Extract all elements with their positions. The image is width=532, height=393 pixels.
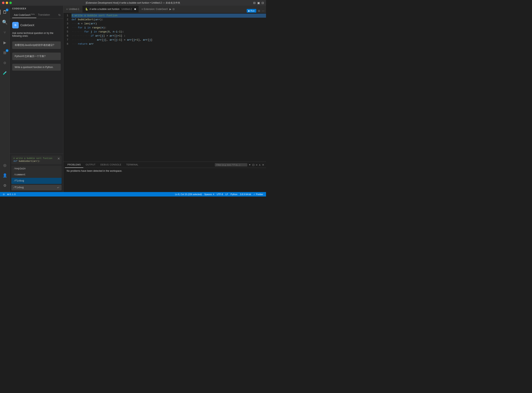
tab-translation[interactable]: Translation	[36, 12, 52, 18]
suggestion-button-1[interactable]: Python中怎样遍历一个字典?	[12, 53, 61, 60]
tab-ask-codegeex[interactable]: Ask CodeGeeX beta	[12, 12, 36, 18]
autocomplete-list: /explain /comment /fixbug	[11, 166, 62, 184]
extensions-icon: ⊞	[3, 51, 6, 55]
status-spaces[interactable]: Spaces: 4	[203, 192, 216, 196]
status-version[interactable]: 3.8.9 64-bit	[239, 192, 252, 196]
search-icon: 🔍	[2, 20, 8, 25]
sidebar-item-run[interactable]: ▶	[0, 38, 10, 48]
autocomplete-fixbug[interactable]: /fixbug	[11, 178, 62, 184]
autocomplete-explain[interactable]: /explain	[11, 166, 62, 172]
maximize-button[interactable]	[9, 2, 12, 4]
titlebar-right: ⊟ ▣ ⊡	[253, 1, 264, 5]
fn-name: bubbleSort(arr):	[19, 160, 40, 162]
error-count: ⊗ 0	[7, 193, 11, 196]
tab-terminal[interactable]: TERMINAL	[124, 162, 141, 168]
svg-text:G: G	[15, 24, 16, 27]
status-errors[interactable]: ⊗ 0 ⚠ 0	[6, 192, 17, 196]
expand-icon[interactable]: ∧	[259, 163, 261, 167]
tab-extension[interactable]: ≡ Extension: CodeGeeX ▶ ⊟	[139, 6, 177, 13]
sidebar-item-explorer[interactable]: 🗒 1	[0, 7, 10, 17]
line-number-8: 8	[63, 42, 71, 46]
tab-ext-split-icon[interactable]: ⊟	[172, 8, 175, 10]
line-content-7: ················arr[j], arr[j-1] = arr[j…	[71, 38, 266, 42]
tab-debug-console[interactable]: DEBUG CONSOLE	[98, 162, 124, 168]
status-language[interactable]: Python	[229, 192, 239, 196]
sidebar-item-test[interactable]: 🧪	[0, 68, 10, 78]
suggestion-button-0[interactable]: 有哪些给JavaScript的初学者的建议?	[12, 41, 61, 49]
code-line-2: 2 def bubbleSort(arr):	[63, 18, 266, 22]
chat-input[interactable]	[13, 186, 55, 189]
line-number-2: 2	[63, 18, 71, 22]
warning-count: ⚠ 0	[12, 193, 15, 196]
remote-icon: ⊙	[4, 61, 6, 64]
filter-input[interactable]	[215, 163, 247, 167]
tab-untitled-1[interactable]: ≡ Untitled-1	[63, 6, 82, 13]
tab-ext-label: Extension: CodeGeeX	[144, 8, 168, 10]
refresh-icon[interactable]: ↻	[58, 13, 61, 17]
status-encoding[interactable]: UTF-8	[216, 192, 224, 196]
copy-panel-icon[interactable]: ⊡	[252, 163, 255, 167]
code-preview: # write a bubble sort funtion def bubble…	[11, 156, 62, 164]
tab-untitled-1-label: Untitled-1	[69, 8, 79, 10]
sidebar-header: CODEGEEX	[10, 6, 63, 11]
tab-bar: ≡ Untitled-1 🐍 # write a bubble sort fun…	[63, 6, 266, 13]
line-content-1: # write a bubble sort funtion	[71, 14, 266, 18]
filter-icon: ▼	[249, 163, 251, 166]
layout-icon[interactable]: ▣	[257, 1, 260, 5]
code-line-4: 4 ····for i in range(n):	[63, 26, 266, 30]
custom-layout-icon[interactable]: ⊡	[261, 1, 264, 5]
run-button[interactable]: ▶ Run	[247, 9, 256, 13]
suggestion-button-2[interactable]: Write a quicksort function in Python.	[12, 64, 61, 71]
tab-untitled-2-sublabel: Untitled-2	[121, 8, 132, 10]
code-editor[interactable]: 1 # write a bubble sort funtion 2 def bu…	[63, 13, 266, 162]
tab-output[interactable]: OUTPUT	[83, 162, 98, 168]
problems-message: No problems have been detected in the wo…	[67, 170, 122, 172]
def-keyword: def	[13, 160, 19, 162]
chat-tab-group: Ask CodeGeeX beta Translation	[12, 12, 52, 18]
line-content-2: def bubbleSort(arr):	[71, 18, 266, 22]
more-actions-icon[interactable]: ⋯	[262, 9, 264, 12]
titlebar: [Extension Development Host] # write a b…	[0, 0, 266, 6]
code-line-8: 8 ····return arr	[63, 42, 266, 46]
encoding-text: UTF-8	[217, 193, 223, 196]
autocomplete-comment[interactable]: /comment	[11, 172, 62, 178]
tab-problems[interactable]: PROBLEMS	[65, 162, 83, 168]
split-editor-icon[interactable]: ⊟	[253, 1, 256, 5]
test-icon: 🧪	[3, 71, 7, 75]
position-text: Ln 8, Col 15 (226 selected)	[175, 193, 202, 196]
sidebar-item-remote[interactable]: ⊙	[0, 58, 10, 68]
comment-text: # write a bubble sort funtion	[13, 157, 52, 160]
status-prettier[interactable]: ✓ Prettier	[252, 192, 264, 196]
sidebar-item-extensions[interactable]: ⊞ 1	[0, 48, 10, 58]
tab-ext-icon: ≡	[141, 8, 143, 10]
sidebar-item-search[interactable]: 🔍	[0, 17, 10, 27]
chat-body: G CodeGeeX Ask some technical question o…	[10, 19, 63, 154]
line-number-1: 1	[63, 14, 71, 18]
line-content-3: ····n = len(arr)	[71, 22, 266, 26]
list-icon[interactable]: ≡	[256, 163, 257, 167]
tab-modified-indicator	[134, 8, 136, 10]
close-panel-icon[interactable]: ✕	[262, 163, 264, 167]
tab-ext-run-icon[interactable]: ▶	[170, 8, 171, 10]
tab-untitled-2[interactable]: 🐍 # write a bubble sort funtion Untitled…	[82, 6, 139, 13]
tab-untitled-2-icon: 🐍	[85, 8, 88, 10]
sidebar-item-accounts[interactable]: 👤	[0, 171, 10, 180]
code-preview-line1: # write a bubble sort funtion	[13, 157, 60, 160]
minimize-button[interactable]	[6, 2, 8, 4]
panel-content: No problems have been detected in the wo…	[63, 168, 266, 192]
spaces-text: Spaces: 4	[204, 193, 214, 196]
line-content-6: ············if arr[j] > arr[j+1] :	[71, 34, 266, 38]
code-preview-line2: def bubbleSort(arr):	[13, 160, 60, 162]
status-eol[interactable]: LF	[224, 192, 229, 196]
status-remote[interactable]: ⊙	[2, 192, 6, 196]
chat-input-row: ↵	[11, 185, 62, 190]
status-position[interactable]: Ln 8, Col 15 (226 selected)	[174, 192, 203, 196]
tab-translation-label: Translation	[38, 13, 50, 16]
sidebar-item-source-control[interactable]: ⑂	[0, 28, 10, 37]
sidebar-item-codegeex[interactable]: ◎	[0, 160, 10, 170]
chat-logo-row: G CodeGeeX	[12, 22, 61, 28]
close-button[interactable]	[2, 2, 5, 4]
split-view-icon[interactable]: ⊟	[258, 9, 260, 12]
sidebar-item-settings[interactable]: ⚙	[0, 181, 10, 190]
close-preview-icon[interactable]: ✕	[57, 157, 60, 161]
